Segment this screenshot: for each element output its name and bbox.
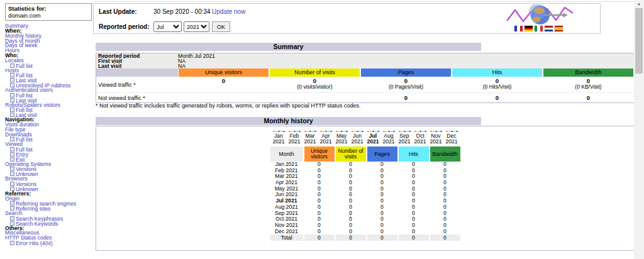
summary-info-value-reported-period: Month Jul 2021 <box>178 53 634 58</box>
chart-bar-tick <box>417 131 419 132</box>
sidebar-nav: SummaryWhen:Monthly historyDays of month… <box>5 24 92 246</box>
monthly-total-bandwidth: 0 <box>430 234 460 241</box>
chart-year-label: 2021 <box>318 139 334 145</box>
chart-bar-tick <box>440 131 442 132</box>
chart-month-feb-2021: Feb2021 <box>287 131 303 145</box>
monthly-row-month-dec-2021: Dec 2021 <box>270 229 303 235</box>
chart-bars-dec <box>444 131 460 132</box>
detail-icon <box>10 201 14 206</box>
chart-bar-tick <box>409 131 411 132</box>
chart-bars-mar <box>303 131 318 132</box>
chart-bar-tick <box>273 131 275 132</box>
chart-bar-tick <box>352 131 353 132</box>
not-viewed-cell-bandwidth: 0 <box>543 92 634 102</box>
chart-bar-tick <box>278 131 280 132</box>
summary-header-blank <box>96 69 178 77</box>
top-divider <box>93 1 634 2</box>
chart-bars-may <box>334 131 350 132</box>
summary-info-value-first-visit: NA <box>178 58 634 63</box>
chart-month-sep-2021: Sep2021 <box>397 131 413 145</box>
chart-year-label: 2021 <box>334 139 350 145</box>
flag-netherlands[interactable] <box>545 26 553 31</box>
update-now-link[interactable]: Update now <box>212 8 245 15</box>
monthly-header-pages: Pages <box>367 146 397 162</box>
monthly-history-panel: Jan2021Feb2021Mar2021Apr2021May2021Jun20… <box>96 126 635 251</box>
chart-bar-tick <box>430 131 432 132</box>
chart-bar-tick <box>367 131 369 132</box>
chart-bar-tick <box>406 131 408 132</box>
chart-bar-tick <box>275 131 277 132</box>
sidebar-link-error-hits-404[interactable]: Error Hits (404) <box>16 240 53 246</box>
chart-bar-tick <box>386 131 387 132</box>
chart-bar-tick <box>377 131 379 132</box>
statistics-for-label: Statistics for: <box>8 5 89 12</box>
last-update-label: Last Update: <box>99 8 137 15</box>
monthly-cell-dec-2021-hits: 0 <box>399 229 429 235</box>
chart-bar-tick <box>419 131 421 132</box>
monthly-history-chart: Jan2021Feb2021Mar2021Apr2021May2021Jun20… <box>96 126 634 145</box>
chart-bars-sep <box>397 131 413 132</box>
chart-bar-tick <box>391 131 392 132</box>
chart-year-label: 2021 <box>444 139 460 145</box>
chart-year-label: 2021 <box>350 139 365 145</box>
vertical-scrollbar[interactable]: ▲ <box>634 0 644 259</box>
chart-bar-tick <box>414 131 416 132</box>
scroll-up-arrow-icon[interactable]: ▲ <box>634 1 644 8</box>
viewed-traffic-cell-unique-visitors: 0 <box>178 77 269 92</box>
chart-bars-jan <box>271 131 287 132</box>
month-select[interactable]: Jul <box>153 21 182 32</box>
monthly-header-number-of-visits: Number of visits <box>336 146 366 162</box>
chart-month-may-2021: May2021 <box>334 131 350 145</box>
chart-bar-tick <box>323 131 325 132</box>
detail-icon <box>10 107 14 112</box>
flag-germany[interactable] <box>525 26 533 31</box>
chart-bar-tick <box>330 131 332 132</box>
viewed-traffic-cell-hits: 0(0 Hits/Visit) <box>452 77 543 92</box>
chart-bar-tick <box>399 131 401 132</box>
chart-bar-tick <box>299 131 301 132</box>
chart-month-oct-2021: Oct2021 <box>413 131 428 145</box>
chart-bars-nov <box>428 131 444 132</box>
chart-bar-tick <box>375 131 377 132</box>
chart-bar-tick <box>283 131 285 132</box>
not-viewed-empty-cell <box>178 92 360 102</box>
monthly-total-hits: 0 <box>399 234 429 241</box>
chart-month-jan-2021: Jan2021 <box>271 131 287 145</box>
summary-table: Reported periodMonth Jul 2021First visit… <box>96 53 635 103</box>
chart-month-aug-2021: Aug2021 <box>381 131 397 145</box>
scrollbar-thumb[interactable] <box>635 8 643 74</box>
chart-bar-tick <box>357 131 358 132</box>
chart-year-label: 2021 <box>271 139 287 145</box>
viewed-ratio: (0 KB/Visit) <box>543 84 634 90</box>
detail-icon <box>10 167 14 171</box>
chart-year-label: 2021 <box>428 139 444 145</box>
summary-info-label-last-visit: Last visit <box>96 63 178 69</box>
chart-bar-tick <box>451 131 453 132</box>
awstats-logo <box>506 4 575 33</box>
chart-bar-tick <box>338 131 340 132</box>
chart-year-label: 2021 <box>413 139 428 145</box>
chart-bar-tick <box>289 131 291 132</box>
chart-bar-tick <box>336 131 338 132</box>
chart-bars-apr <box>318 131 334 132</box>
chart-bar-tick <box>328 131 330 132</box>
monthly-header-unique-visitors: Unique visitors <box>304 146 335 162</box>
chart-month-jun-2021: Jun2021 <box>350 131 365 145</box>
viewed-ratio: (0 Pages/Visit) <box>360 84 452 90</box>
year-select[interactable]: 2021 <box>184 21 209 32</box>
flag-italy[interactable] <box>535 26 543 31</box>
statistics-for-box: Statistics for: domain.com <box>5 3 92 21</box>
flag-spain[interactable] <box>555 26 563 31</box>
chart-bar-tick <box>448 131 450 132</box>
ok-button[interactable]: OK <box>212 21 230 32</box>
chart-bar-tick <box>438 131 440 132</box>
chart-bar-tick <box>456 131 458 132</box>
monthly-cell-dec-2021-pages: 0 <box>367 229 397 235</box>
domain-name: domain.com <box>8 12 89 19</box>
monthly-header-month: Month <box>270 146 303 162</box>
detail-icon <box>10 241 14 245</box>
not-viewed-traffic-label: Not viewed traffic * <box>96 92 178 102</box>
chart-bar-tick <box>383 131 385 132</box>
flag-france[interactable] <box>514 26 523 31</box>
monthly-cell-dec-2021-bandwidth: 0 <box>430 229 460 235</box>
